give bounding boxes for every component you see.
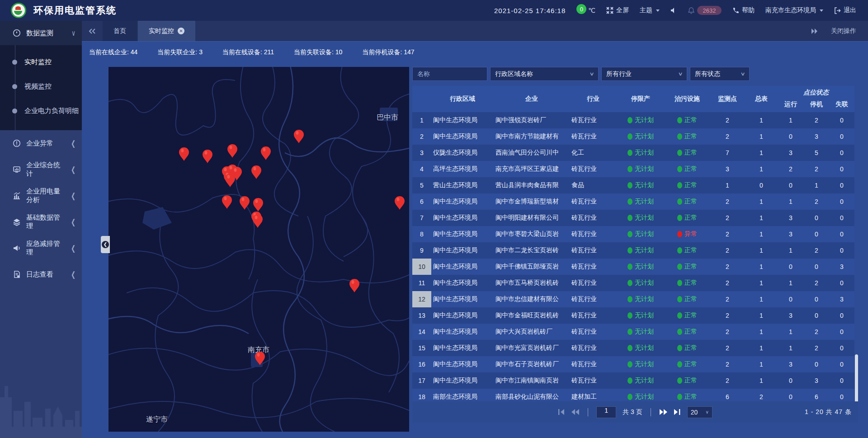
cell-company: 阆中市石子页岩机砖厂 <box>494 356 570 372</box>
col-header-治污设施[interactable]: 治污设施 <box>665 86 710 112</box>
table-row[interactable]: 16阆中生态环境局阆中市石子页岩机砖厂砖瓦行业无计划正常21300 <box>412 356 854 372</box>
table-row[interactable]: 15阆中生态环境局阆中市光富页岩机砖厂砖瓦行业无计划正常21120 <box>412 340 854 356</box>
map-location-pin[interactable] <box>203 150 212 163</box>
map-location-pin[interactable] <box>255 352 265 365</box>
page-size-select[interactable]: 20 ∨ <box>687 406 712 418</box>
tab-home[interactable]: 首页 <box>103 21 137 41</box>
col-header-行业[interactable]: 行业 <box>570 86 617 112</box>
map-location-pin[interactable] <box>225 174 235 187</box>
cell-index: 18 <box>412 389 431 401</box>
table-row[interactable]: 18南部生态环境局南部县砂化山泥有限公建材加工无计划正常62060 <box>412 389 854 401</box>
cell-facility-status: 正常 <box>665 324 710 340</box>
cell-run-count: 1 <box>778 193 804 210</box>
tab-close-icon[interactable]: ✕ <box>178 28 184 34</box>
cell-region: 阆中生态环境局 <box>431 324 494 340</box>
map-location-pin[interactable] <box>253 214 263 228</box>
map-location-pin[interactable] <box>179 147 189 161</box>
bell-icon <box>688 7 694 14</box>
next-page-button[interactable] <box>659 409 667 415</box>
col-subheader-运行[interactable]: 运行 <box>778 99 804 112</box>
map-location-pin[interactable] <box>294 130 304 143</box>
panel-collapse-handle[interactable]: ❮ <box>101 236 110 253</box>
sidebar-item-企业用电量分析[interactable]: 企业用电量分析❮ <box>0 183 82 209</box>
cell-meter-count: 1 <box>745 128 778 145</box>
cell-facility-status: 正常 <box>665 193 710 210</box>
status-dot-icon <box>627 215 632 221</box>
cell-industry: 砖瓦行业 <box>570 161 617 177</box>
fullscreen-button[interactable]: 全屏 <box>606 6 629 14</box>
sidebar-subitem-视频监控[interactable]: 视频监控 <box>0 74 82 99</box>
table-row[interactable]: 5营山生态环境局营山县润丰肉食品有限食品无计划正常10010 <box>412 177 854 193</box>
cell-run-count: 1 <box>778 275 804 291</box>
col-header-停限产[interactable]: 停限产 <box>617 86 665 112</box>
cell-region: 营山生态环境局 <box>431 177 494 193</box>
table-row[interactable]: 17阆中生态环境局阆中市江南镇阆南页岩砖瓦行业无计划正常21030 <box>412 372 854 389</box>
table-row[interactable]: 2阆中生态环境局阆中市南方节能建材有砖瓦行业无计划正常21030 <box>412 128 854 145</box>
map-location-pin[interactable] <box>253 198 263 212</box>
map-location-pin[interactable] <box>261 146 271 160</box>
sidebar-item-基础数据管理[interactable]: 基础数据管理❮ <box>0 209 82 235</box>
region-select[interactable]: 行政区域名称 ∨ <box>490 67 599 81</box>
table-row[interactable]: 6阆中生态环境局阆中市金博瑞新型墙材砖瓦行业无计划正常21120 <box>412 193 854 210</box>
logout-button[interactable]: 退出 <box>834 6 856 14</box>
table-row[interactable]: 4高坪生态环境局南充市高坪区王家店建砖瓦行业无计划正常31220 <box>412 161 854 177</box>
sidebar-subitem-实时监控[interactable]: 实时监控 <box>0 50 82 74</box>
org-menu-button[interactable]: 南充市生态环境局 <box>765 6 823 14</box>
last-page-button[interactable] <box>674 409 681 415</box>
notifications-button[interactable]: 2632 <box>688 6 722 15</box>
help-button[interactable]: 帮助 <box>732 6 755 14</box>
table-row[interactable]: 1阆中生态环境局阆中强锐页岩砖厂砖瓦行业无计划正常21120 <box>412 112 854 128</box>
sidebar-subitem-企业电力负荷明细[interactable]: 企业电力负荷明细 <box>0 99 82 123</box>
sidebar-item-数据监测[interactable]: 数据监测∨ <box>0 21 82 45</box>
cell-index: 6 <box>412 193 431 210</box>
table-row[interactable]: 7阆中生态环境局阆中明阳建材有限公司砖瓦行业无计划正常21300 <box>412 210 854 226</box>
map-location-pin[interactable] <box>395 196 405 210</box>
map-location-pin[interactable] <box>222 195 232 209</box>
col-subheader-停机[interactable]: 停机 <box>804 99 829 112</box>
name-search-input[interactable]: 名称 <box>412 67 487 81</box>
double-arrow-right-icon[interactable] <box>811 28 818 34</box>
col-subheader-失联[interactable]: 失联 <box>829 99 854 112</box>
col-header-行政区域[interactable]: 行政区域 <box>431 86 494 112</box>
cell-company: 阆中市五马桥页岩机砖 <box>494 275 570 291</box>
first-page-button[interactable] <box>558 409 565 415</box>
map-location-pin[interactable] <box>240 196 250 210</box>
col-header-企业[interactable]: 企业 <box>494 86 570 112</box>
map-location-pin[interactable] <box>251 165 261 179</box>
col-header-总表[interactable]: 总表 <box>745 86 778 112</box>
enterprise-panel: 名称 行政区域名称 ∨ 所有行业 ∨ 所有状态 ∨ <box>412 67 858 432</box>
tabs-scroll-left-button[interactable] <box>82 21 103 41</box>
map-location-pin[interactable] <box>349 279 359 292</box>
status-select[interactable]: 所有状态 ∨ <box>690 67 750 81</box>
table-row[interactable]: 8阆中生态环境局阆中市枣碧大梁山页岩砖瓦行业无计划异常21300 <box>412 226 854 242</box>
close-operations-button[interactable]: 关闭操作 <box>831 27 856 35</box>
table-row[interactable]: 3仪陇生态环境局西南油气田分公司川中化工无计划正常71350 <box>412 145 854 161</box>
sound-toggle-button[interactable] <box>670 7 677 14</box>
sidebar-item-应急减排管理[interactable]: 应急减排管理❮ <box>0 235 82 261</box>
map-location-pin[interactable] <box>227 144 237 158</box>
table-row[interactable]: 14阆中生态环境局阆中大兴页岩机砖厂砖瓦行业无计划正常21120 <box>412 324 854 340</box>
prev-page-button[interactable] <box>571 409 580 415</box>
sidebar-item-企业异常[interactable]: 企业异常❮ <box>0 130 82 156</box>
table-row[interactable]: 9阆中生态环境局阆中市二龙长宝页岩砖砖瓦行业无计划正常21120 <box>412 242 854 259</box>
status-dot-icon <box>627 166 632 172</box>
table-row[interactable]: 10阆中生态环境局阆中千佛镇五郎垭页岩砖瓦行业无计划正常21003 <box>412 259 854 275</box>
sidebar-item-企业综合统计[interactable]: 企业综合统计❮ <box>0 156 82 183</box>
page-number-input[interactable]: 1 <box>596 406 616 418</box>
col-header-监测点[interactable]: 监测点 <box>710 86 745 112</box>
sidebar-item-日志查看[interactable]: 日志查看❮ <box>0 261 82 287</box>
col-header-index <box>412 86 431 112</box>
table-row[interactable]: 12阆中生态环境局阆中市忠信建材有限公砖瓦行业无计划正常21003 <box>412 291 854 307</box>
sidebar: 数据监测∨实时监控视频监控企业电力负荷明细企业异常❮企业综合统计❮企业用电量分析… <box>0 21 82 438</box>
cell-company: 阆中强锐页岩砖厂 <box>494 112 570 128</box>
table-row[interactable]: 11阆中生态环境局阆中市五马桥页岩机砖砖瓦行业无计划正常21120 <box>412 275 854 291</box>
tab-realtime-monitor[interactable]: 实时监控 ✕ <box>138 21 195 41</box>
cell-index: 17 <box>412 372 431 389</box>
cell-meter-count: 0 <box>745 177 778 193</box>
map-panel[interactable]: 巴中市南充市遂宁市 <box>108 67 409 432</box>
industry-select[interactable]: 所有行业 ∨ <box>601 67 687 81</box>
theme-menu-button[interactable]: 主题 <box>640 6 660 14</box>
map-city-label-巴中市: 巴中市 <box>377 113 398 122</box>
table-row[interactable]: 13阆中生态环境局阆中市金福旺页岩机砖砖瓦行业无计划正常21300 <box>412 307 854 324</box>
cell-company: 阆中市枣碧大梁山页岩 <box>494 226 570 242</box>
